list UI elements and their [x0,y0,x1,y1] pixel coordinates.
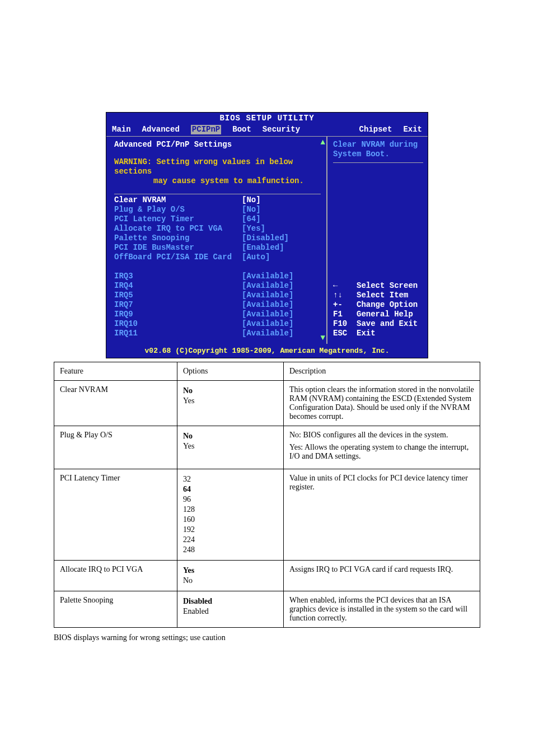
help-key-desc: Change Option [357,300,418,310]
bios-item-value[interactable]: [Auto] [242,253,270,262]
bios-item-value[interactable]: [No] [242,205,261,214]
option-value: No [183,432,278,441]
scroll-up-icon[interactable]: ▲ [321,138,325,147]
bios-item-value[interactable]: [Available] [242,310,293,319]
help-line1: Clear NVRAM during [333,140,423,150]
help-text: Clear NVRAM during System Boot. [333,140,423,163]
bios-item-label: IRQ7 [114,300,242,310]
option-value: 248 [183,545,278,554]
bios-item-label: IRQ3 [114,272,242,281]
option-value: Enabled [183,607,278,616]
bios-item-row[interactable]: PCI Latency Timer[64] [114,214,321,224]
bios-irq-row[interactable]: IRQ7[Available] [114,300,321,310]
bios-item-row[interactable]: OffBoard PCI/ISA IDE Card[Auto] [114,253,321,262]
doc-note: BIOS displays warning for wrong settings… [54,633,534,642]
bios-left-panel: ▲ ▼ Advanced PCI/PnP Settings WARNING: S… [106,136,327,344]
bios-item-row[interactable]: Allocate IRQ to PCI VGA[Yes] [114,224,321,234]
bios-item-label: IRQ5 [114,291,242,300]
bios-item-value[interactable]: [Disabled] [242,234,289,243]
menu-chipset[interactable]: Chipset [359,125,392,134]
bios-item-label: IRQ11 [114,329,242,338]
cell-options: DisabledEnabled [177,591,284,628]
table-row: PCI Latency Timer326496128160192224248Va… [54,469,480,561]
bios-item-value[interactable]: [Available] [242,319,293,329]
table-row: Plug & Play O/SNoYesNo: BIOS configures … [54,426,480,469]
bios-item-label: IRQ10 [114,319,242,329]
bios-item-label: Allocate IRQ to PCI VGA [114,224,242,234]
bios-irq-row[interactable]: IRQ11[Available] [114,329,321,338]
option-value: 224 [183,535,278,544]
option-value: Disabled [183,597,278,606]
help-key-row: ↑↓Select Item [333,291,423,300]
bios-warning: WARNING: Setting wrong values in below s… [114,157,321,186]
bios-item-value[interactable]: [No] [242,195,261,205]
help-key: ↑↓ [333,291,357,300]
help-key-row: F1General Help [333,310,423,319]
help-key-desc: Exit [357,329,376,338]
bios-item-value[interactable]: [Available] [242,291,293,300]
cell-feature: Allocate IRQ to PCI VGA [54,561,177,591]
bios-item-row[interactable]: PCI IDE BusMaster[Enabled] [114,243,321,253]
help-key-row: ESCExit [333,329,423,338]
option-value: No [183,576,278,585]
bios-item-label: PCI IDE BusMaster [114,243,242,253]
bios-item-label: Plug & Play O/S [114,205,242,214]
help-key-desc: General Help [357,310,413,319]
bios-window: BIOS SETUP UTILITY Main Advanced PCIPnP … [106,112,428,358]
th-desc: Description [284,362,480,381]
help-key-row: F10Save and Exit [333,319,423,329]
bios-item-row[interactable]: Plug & Play O/S[No] [114,205,321,214]
bios-irq-row[interactable]: IRQ5[Available] [114,291,321,300]
table-row: Palette SnoopingDisabledEnabledWhen enab… [54,591,480,628]
cell-feature: Plug & Play O/S [54,426,177,469]
option-value: Yes [183,396,278,405]
bios-item-value[interactable]: [Available] [242,272,293,281]
bios-item-value[interactable]: [Available] [242,300,293,310]
bios-item-row[interactable]: Clear NVRAM[No] [114,195,321,205]
cell-feature: Palette Snooping [54,591,177,628]
option-value: Yes [183,566,278,575]
cell-desc: Assigns IRQ to PCI VGA card if card requ… [284,561,480,591]
option-value: 32 [183,475,278,484]
bios-irq-row[interactable]: IRQ3[Available] [114,272,321,281]
bios-menu-bar: Main Advanced PCIPnP Boot Security Chips… [106,124,428,136]
bios-item-value[interactable]: [Available] [242,329,293,338]
menu-advanced[interactable]: Advanced [142,125,180,134]
doc-table: Feature Options Description Clear NVRAMN… [54,362,480,628]
bios-title: BIOS SETUP UTILITY [106,113,428,124]
menu-security[interactable]: Security [263,125,300,134]
option-value: 160 [183,515,278,524]
bios-item-value[interactable]: [Yes] [242,224,265,234]
bios-item-label: IRQ4 [114,281,242,291]
menu-main[interactable]: Main [112,125,131,134]
cell-options: NoYes [177,381,284,426]
bios-irq-row[interactable]: IRQ10[Available] [114,319,321,329]
bios-item-label: OffBoard PCI/ISA IDE Card [114,253,242,262]
cell-desc: No: BIOS configures all the devices in t… [284,426,480,469]
help-key: +- [333,300,357,310]
option-value: 128 [183,505,278,514]
warning-line1: WARNING: Setting wrong values in below s… [114,157,321,176]
help-key-row: +-Change Option [333,300,423,310]
cell-desc: When enabled, informs the PCI devices th… [284,591,480,628]
option-value: 96 [183,495,278,504]
help-key-row: ←Select Screen [333,281,423,291]
help-key: F1 [333,310,357,319]
scroll-down-icon[interactable]: ▼ [321,333,325,343]
bios-item-label: Clear NVRAM [114,195,242,205]
bios-irq-row[interactable]: IRQ4[Available] [114,281,321,291]
menu-boot[interactable]: Boot [232,125,251,134]
menu-exit[interactable]: Exit [403,125,422,134]
bios-help-panel: Clear NVRAM during System Boot. ←Select … [327,136,428,344]
cell-desc: Value in units of PCI clocks for PCI dev… [284,469,480,561]
bios-item-row[interactable]: Palette Snooping[Disabled] [114,234,321,243]
option-value: 64 [183,485,278,494]
bios-footer: v02.68 (C)Copyright 1985-2009, American … [106,344,428,358]
bios-item-label: IRQ9 [114,310,242,319]
option-value: Yes [183,442,278,451]
menu-pcipnp[interactable]: PCIPnP [191,125,221,134]
bios-item-value[interactable]: [64] [242,214,261,224]
bios-irq-row[interactable]: IRQ9[Available] [114,310,321,319]
bios-item-value[interactable]: [Enabled] [242,243,284,253]
bios-item-value[interactable]: [Available] [242,281,293,291]
